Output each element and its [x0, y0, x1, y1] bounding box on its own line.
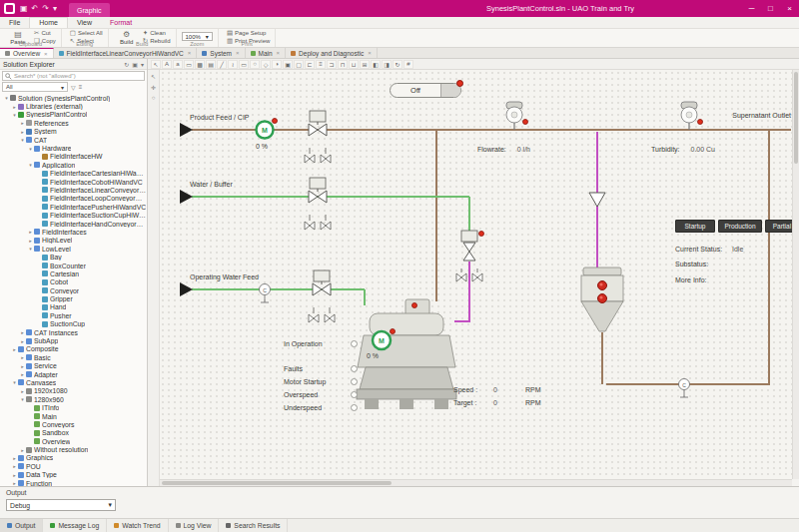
tree-item-boxcounter[interactable]: BoxCounter	[0, 262, 147, 269]
tree-item-1280x960[interactable]: ▾1280x960	[0, 395, 147, 403]
search-input[interactable]: Search* (not "allowed")	[2, 71, 145, 81]
pipe-concentrate[interactable]	[454, 132, 597, 321]
tree-item-hand[interactable]: Hand	[0, 303, 147, 311]
filter-funnel-icon[interactable]: ▽	[71, 84, 76, 91]
expander-icon[interactable]: ▾	[27, 246, 34, 252]
tree-item-basic[interactable]: ▸Basic	[0, 353, 147, 361]
doc-tab-fieldinterfacelinearconveyorhiwandvc[interactable]: FieldInterfaceLinearConveyorHiWandVC×	[54, 48, 198, 58]
tree-item-system[interactable]: ▸System	[0, 128, 147, 136]
status-tab-watch-trend[interactable]: Watch Trend	[107, 519, 168, 532]
horizontal-scroll-thumb[interactable]	[162, 481, 392, 485]
flow-transmitter[interactable]	[506, 102, 528, 130]
vertical-scroll-thumb[interactable]	[794, 72, 798, 164]
tree-item-subapp[interactable]: ▸SubApp	[0, 336, 147, 344]
tree-item-synesisplantcontrol[interactable]: ▾SynesisPlantControl	[0, 111, 147, 119]
expander-icon[interactable]: ▸	[11, 472, 18, 478]
tree-item-highlevel[interactable]: ▸HighLevel	[0, 237, 147, 245]
tree-item-cartesian[interactable]: Cartesian	[0, 269, 147, 277]
expander-icon[interactable]: ▸	[19, 447, 26, 453]
group-icon[interactable]: ▣	[283, 60, 293, 69]
valve-product-feed[interactable]	[305, 111, 331, 163]
page-setup-button[interactable]: ▤Page Setup	[227, 30, 271, 37]
filter-settings-icon[interactable]: ≡	[79, 84, 83, 90]
tree-item-canvases[interactable]: ▾Canvases	[0, 378, 147, 386]
ellipse-icon[interactable]: ○	[250, 60, 260, 69]
tree-item-fieldinterfacecartesianhiwandvc[interactable]: FieldInterfaceCartesianHiWandVC	[0, 170, 147, 178]
customize-icon[interactable]: ▾	[53, 4, 57, 13]
pie-icon[interactable]: ◑	[272, 60, 282, 69]
tree-item-fieldinterfacepusherhiwandvc[interactable]: FieldInterfacePusherHiWandVC	[0, 203, 147, 211]
label-icon[interactable]: a	[173, 60, 183, 69]
tree-item-data-type[interactable]: ▸Data Type	[0, 471, 147, 479]
tree-item-1920x1080[interactable]: ▸1920x1080	[0, 387, 147, 395]
expander-icon[interactable]: ▸	[19, 329, 26, 335]
status-tab-search-results[interactable]: Search Results	[219, 519, 288, 532]
motor-startup-lamp[interactable]	[351, 378, 358, 385]
expander-icon[interactable]: ▾	[27, 162, 34, 168]
mode-button-startup[interactable]: Startup	[675, 220, 715, 233]
tree-item-graphics[interactable]: ▸Graphics	[0, 454, 147, 462]
mode-button-partial-e[interactable]: Partial E	[765, 220, 792, 233]
expander-icon[interactable]: ▸	[11, 346, 18, 352]
tree-item-references[interactable]: ▸References	[0, 119, 147, 127]
expander-icon[interactable]: ▸	[19, 338, 26, 344]
doc-tab-main[interactable]: Main×	[246, 48, 287, 58]
expander-icon[interactable]: ▸	[11, 455, 18, 461]
close-tab-icon[interactable]: ×	[44, 51, 48, 57]
tree-item-libraries-external[interactable]: ▸Libraries (external)	[0, 102, 147, 110]
app-logo-icon[interactable]	[4, 3, 15, 14]
horizontal-scrollbar[interactable]	[160, 479, 792, 486]
operating-water-sensor[interactable]: C	[260, 284, 271, 303]
valve-water-buffer[interactable]	[305, 178, 331, 230]
image-icon[interactable]: ▩	[195, 60, 205, 69]
grid-icon[interactable]: #	[403, 60, 413, 69]
turbidity-transmitter[interactable]	[681, 102, 703, 130]
pin-icon[interactable]: ▣	[132, 61, 138, 68]
same-size-icon[interactable]: ⊞	[360, 60, 370, 69]
align-top-icon[interactable]: ⊓	[338, 60, 348, 69]
tree-item-pou[interactable]: ▸POU	[0, 462, 147, 470]
status-tab-message-log[interactable]: Message Log	[43, 519, 107, 532]
concentrate-hopper[interactable]	[581, 267, 623, 331]
gravity-valve[interactable]	[589, 193, 605, 207]
close-tab-icon[interactable]: ×	[368, 50, 372, 56]
pointer-icon[interactable]: ↖	[151, 73, 156, 80]
tree-item-sandbox[interactable]: Sandbox	[0, 429, 147, 437]
zoom-combobox[interactable]: 100% ▾	[182, 32, 213, 41]
tree-item-service[interactable]: ▸Service	[0, 362, 147, 370]
tree-item-bay[interactable]: Bay	[0, 253, 147, 261]
expander-icon[interactable]: ▾	[11, 379, 18, 385]
line-icon[interactable]: ╱	[217, 60, 227, 69]
graphic-canvas[interactable]: M	[160, 70, 792, 479]
tree-item-cobot[interactable]: Cobot	[0, 278, 147, 286]
rotate-icon[interactable]: ↻	[393, 60, 402, 69]
align-right-icon[interactable]: ⊐	[327, 60, 337, 69]
doc-tab-overview[interactable]: Overview×	[0, 48, 54, 58]
bring-front-icon[interactable]: ◧	[371, 60, 381, 69]
expander-icon[interactable]: ▸	[27, 238, 34, 244]
tree-item-fieldinterfacecobothiwandvc[interactable]: FieldInterfaceCobotHiWandVC	[0, 178, 147, 186]
close-tab-icon[interactable]: ×	[188, 50, 192, 56]
expander-icon[interactable]: ▸	[19, 371, 26, 377]
close-tab-icon[interactable]: ×	[277, 50, 281, 56]
rectangle-icon[interactable]: ▭	[239, 60, 249, 69]
tree-item-function[interactable]: ▸Function	[0, 479, 147, 486]
tab-view[interactable]: View	[68, 18, 101, 28]
menu-icon[interactable]: ▾	[141, 61, 144, 68]
tree-item-pusher[interactable]: Pusher	[0, 311, 147, 319]
button-icon[interactable]: ▭	[184, 60, 194, 69]
cursor-icon[interactable]: ↖	[151, 60, 161, 69]
select-all-button[interactable]: ▢Select All	[70, 30, 103, 37]
expander-icon[interactable]: ▸	[19, 354, 26, 360]
expander-icon[interactable]: ▸	[19, 129, 26, 135]
overspeed-lamp[interactable]	[351, 391, 358, 398]
tree-item-fieldinterfaceloopconveyorhiwandvc[interactable]: FieldInterfaceLoopConveyorHiWandVC	[0, 195, 147, 203]
expander-icon[interactable]: ▸	[19, 388, 26, 394]
tree-item-lowlevel[interactable]: ▾LowLevel	[0, 245, 147, 253]
polyline-icon[interactable]: ≀	[228, 60, 238, 69]
close-button[interactable]: ×	[780, 0, 799, 17]
tree-item-cat[interactable]: ▾CAT	[0, 136, 147, 144]
align-bottom-icon[interactable]: ⊔	[349, 60, 359, 69]
debug-mode-combobox[interactable]: Debug ▾	[6, 499, 116, 511]
tree-item-without-resolution[interactable]: ▸Without resolution	[0, 445, 147, 453]
